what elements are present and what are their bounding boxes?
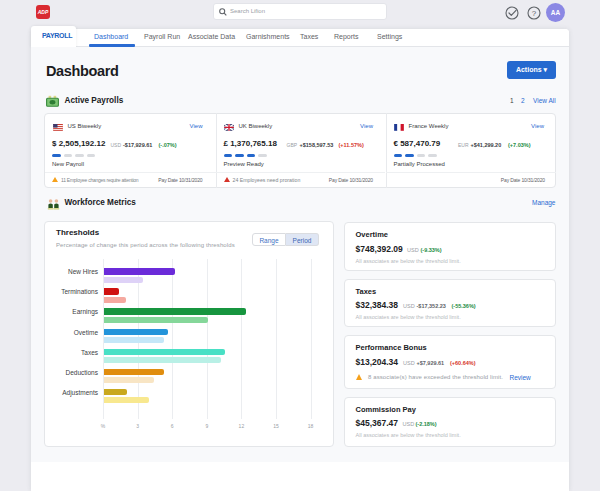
svg-text:?: ? <box>532 9 537 18</box>
